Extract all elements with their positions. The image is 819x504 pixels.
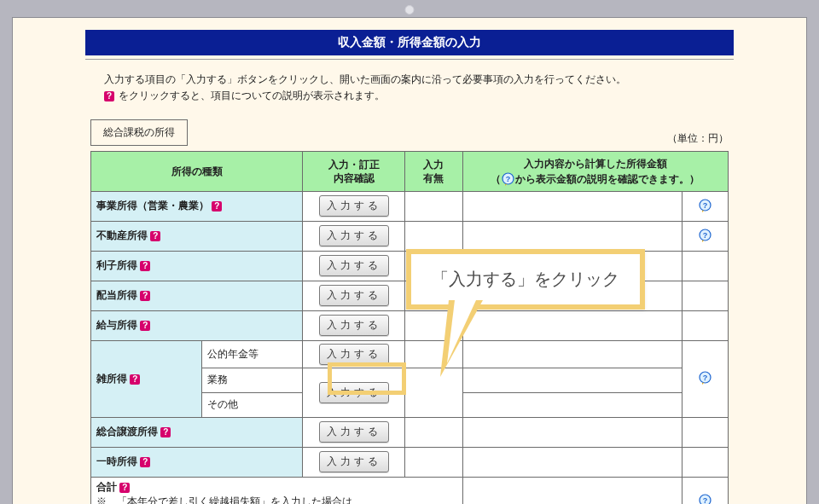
row-misc-pension: 雑所得 ? 公的年金等 入力する ? [91, 340, 729, 368]
input-button-temporary[interactable]: 入力する [319, 451, 389, 472]
input-button-dividend[interactable]: 入力する [319, 285, 389, 306]
label-business: 事業所得（営業・農業） [96, 200, 209, 211]
unit-label: （単位：円） [667, 131, 729, 146]
label-salary: 給与所得 [96, 319, 137, 331]
label-misc: 雑所得 [96, 373, 127, 385]
col-calc: 入力内容から計算した所得金額 （ ? から表示金額の説明を確認できます。） [462, 152, 729, 191]
col-flag: 入力 有無 [405, 152, 462, 191]
input-button-transfer[interactable]: 入力する [319, 421, 389, 443]
total-note-1: 「本年分で差し引く繰越損失額」を入力した場合は、 [117, 495, 363, 504]
label-transfer: 総合譲渡所得 [96, 426, 158, 437]
total-note-prefix: ※ [96, 495, 117, 504]
col-input: 入力・訂正 内容確認 [303, 152, 405, 191]
camera-dot [405, 5, 415, 14]
row-business: 事業所得（営業・農業） ? 入力する ? [91, 191, 729, 221]
callout: 「入力する」をクリック [406, 249, 645, 310]
info-icon[interactable]: ? [698, 493, 712, 504]
label-interest: 利子所得 [96, 259, 137, 271]
label-dividend: 配当所得 [96, 289, 137, 301]
income-table: 所得の種類 入力・訂正 内容確認 入力 有無 入力内容から計算した所得金額 （ … [90, 151, 729, 504]
label-misc-pension: 公的年金等 [207, 348, 258, 360]
help-icon[interactable]: ? [140, 261, 150, 271]
svg-text:?: ? [506, 175, 511, 183]
row-temporary: 一時所得 ? 入力する [91, 447, 729, 477]
label-misc-business: 業務 [207, 374, 228, 385]
label-total: 合計 [96, 481, 117, 493]
input-button-salary[interactable]: 入力する [319, 315, 389, 336]
instructions-line1: 入力する項目の「入力する」ボタンをクリックし、開いた画面の案内に沿って必要事項の… [104, 73, 626, 85]
info-icon[interactable]: ? [698, 198, 712, 212]
help-icon[interactable]: ? [104, 91, 114, 101]
instructions: 入力する項目の「入力する」ボタンをクリックし、開いた画面の案内に沿って必要事項の… [104, 72, 715, 104]
help-icon[interactable]: ? [130, 374, 140, 385]
divider [85, 59, 734, 60]
input-button-real-estate[interactable]: 入力する [319, 225, 389, 246]
label-real-estate: 不動産所得 [96, 229, 148, 241]
svg-text:?: ? [703, 496, 708, 504]
help-icon[interactable]: ? [140, 321, 150, 331]
label-misc-other: その他 [207, 398, 238, 410]
info-icon[interactable]: ? [501, 171, 515, 186]
input-button-business[interactable]: 入力する [319, 195, 389, 217]
info-icon[interactable]: ? [698, 228, 712, 242]
instructions-line2: をクリックすると、項目についての説明が表示されます。 [119, 90, 385, 101]
page-title: 収入金額・所得金額の入力 [85, 30, 734, 55]
input-button-misc-pension[interactable]: 入力する [319, 344, 389, 365]
help-icon[interactable]: ? [119, 483, 130, 493]
svg-text:?: ? [703, 374, 708, 382]
label-temporary: 一時所得 [96, 455, 137, 467]
row-total: 合計 ? ※ 「本年分で差し引く繰越損失額」を入力した場合は、 繰越損失控除後の… [91, 477, 729, 504]
input-button-misc-business[interactable]: 入力する [319, 382, 389, 403]
input-button-interest[interactable]: 入力する [319, 255, 389, 276]
col-type: 所得の種類 [91, 152, 303, 191]
help-icon[interactable]: ? [140, 291, 150, 301]
row-transfer: 総合譲渡所得 ? 入力する [91, 417, 729, 447]
svg-text:?: ? [703, 201, 708, 210]
row-salary: 給与所得 ? 入力する [91, 310, 729, 340]
help-icon[interactable]: ? [150, 231, 160, 241]
svg-text:?: ? [703, 231, 708, 240]
info-icon[interactable]: ? [698, 370, 712, 385]
help-icon[interactable]: ? [140, 457, 150, 467]
help-icon[interactable]: ? [212, 201, 222, 211]
section-tab: 総合課税の所得 [90, 119, 188, 146]
row-real-estate: 不動産所得 ? 入力する ? [91, 221, 729, 251]
help-icon[interactable]: ? [160, 427, 171, 437]
